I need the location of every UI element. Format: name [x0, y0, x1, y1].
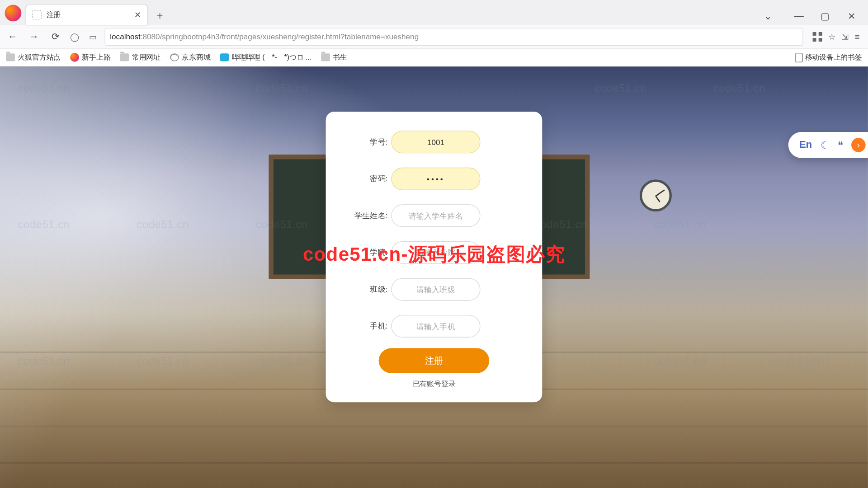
college-input[interactable]: [391, 241, 480, 264]
password-label: 密码:: [342, 174, 387, 184]
browser-tab-active[interactable]: 注册 ✕: [26, 5, 147, 25]
student-id-label: 学号:: [342, 136, 387, 147]
tracking-shield-icon[interactable]: ◯: [69, 32, 81, 41]
globe-icon: [170, 53, 179, 61]
browser-tab-strip: 注册 ✕ + ⌄ — ▢ ✕: [0, 0, 868, 25]
bookmark-item[interactable]: 火狐官方站点: [6, 52, 61, 62]
bookmark-item[interactable]: 常用网址: [120, 52, 160, 62]
folder-icon: [321, 53, 330, 61]
window-minimize-button[interactable]: —: [786, 7, 812, 25]
bookmark-item[interactable]: 书生: [321, 52, 347, 62]
folder-icon: [6, 53, 15, 61]
tab-close-icon[interactable]: ✕: [134, 10, 142, 19]
window-close-button[interactable]: ✕: [838, 7, 864, 25]
password-input[interactable]: [391, 168, 480, 190]
register-button[interactable]: 注册: [379, 348, 490, 373]
register-card: 学号: 密码: 学生姓名: 学院: 班级: 手机:: [326, 112, 542, 402]
college-label: 学院:: [342, 247, 387, 258]
bg-clock: [640, 179, 672, 211]
bookmark-item[interactable]: 新手上路: [70, 52, 110, 62]
tab-title: 注册: [47, 10, 135, 20]
url-host: localhost: [110, 32, 140, 41]
quote-icon[interactable]: ❝: [838, 139, 843, 151]
bookmark-item[interactable]: 哔哩哔哩 ( *- *)つロ ...: [220, 52, 312, 62]
nav-reload-button[interactable]: ⟳: [47, 31, 63, 42]
tab-list-chevron-icon[interactable]: ⌄: [755, 7, 781, 25]
bookmark-item[interactable]: 京东商城: [170, 52, 210, 62]
nav-back-button[interactable]: ←: [5, 31, 20, 42]
student-id-input[interactable]: [391, 131, 480, 153]
bookmarks-toolbar: 火狐官方站点 新手上路 常用网址 京东商城 哔哩哔哩 ( *- *)つロ ...…: [0, 49, 868, 66]
class-label: 班级:: [342, 284, 387, 295]
window-maximize-button[interactable]: ▢: [812, 7, 838, 25]
url-path: :8080/springbootnp4n3/front/pages/xueshe…: [141, 32, 419, 41]
site-lock-icon[interactable]: ▭: [87, 32, 99, 41]
phone-label: 手机:: [342, 321, 387, 332]
lang-en-label[interactable]: En: [799, 139, 812, 151]
new-tab-button[interactable]: +: [151, 7, 169, 25]
login-link[interactable]: 已有账号登录: [342, 379, 525, 389]
page-content: code51.cn code51.cn code51.cn code51.cn …: [0, 66, 868, 488]
expand-arrow-icon[interactable]: ›: [851, 138, 866, 152]
mobile-icon: [795, 52, 802, 62]
nav-forward-button[interactable]: →: [26, 31, 42, 42]
firefox-mini-icon: [70, 53, 79, 62]
qr-icon[interactable]: [812, 32, 822, 41]
browser-nav-row: ← → ⟳ ◯ ▭ localhost:8080/springbootnp4n3…: [0, 25, 868, 49]
student-name-input[interactable]: [391, 204, 480, 227]
url-bar[interactable]: localhost:8080/springbootnp4n3/front/pag…: [104, 28, 803, 45]
class-input[interactable]: [391, 278, 480, 300]
language-pill[interactable]: En ☾ ❝ ›: [788, 132, 868, 158]
tab-favicon: [32, 10, 42, 19]
extension-icon[interactable]: ⇲: [842, 32, 849, 41]
bookmark-star-icon[interactable]: ☆: [828, 32, 836, 41]
folder-icon: [120, 53, 129, 61]
phone-input[interactable]: [391, 315, 480, 338]
mobile-bookmarks-button[interactable]: 移动设备上的书签: [795, 52, 862, 62]
moon-icon[interactable]: ☾: [821, 139, 830, 151]
app-menu-icon[interactable]: ≡: [855, 32, 860, 41]
student-name-label: 学生姓名:: [342, 211, 387, 221]
bilibili-icon: [220, 53, 229, 61]
firefox-icon: [5, 5, 22, 22]
